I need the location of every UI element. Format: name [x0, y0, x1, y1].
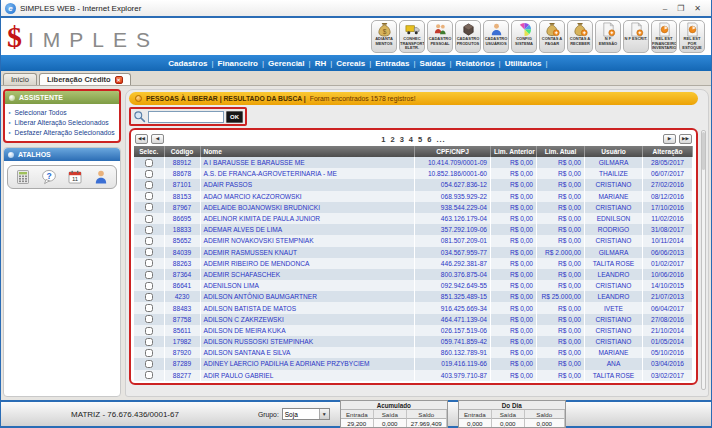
row-checkbox[interactable] — [145, 159, 153, 167]
table-row[interactable]: 88277ADIR PAULO GABRIEL403.979.710-87R$ … — [134, 370, 693, 381]
search-input[interactable] — [148, 111, 224, 123]
menu-item-utilitarios[interactable]: Utilitários — [501, 59, 546, 68]
person-icon[interactable] — [93, 169, 109, 185]
help-icon[interactable]: ? — [41, 169, 57, 185]
row-checkbox[interactable] — [145, 259, 153, 267]
row-checkbox[interactable] — [145, 338, 153, 346]
row-checkbox[interactable] — [145, 349, 153, 357]
page-link-3[interactable]: 3 — [398, 135, 407, 144]
table-row[interactable]: 18833ADEMAR ALVES DE LIMA357.292.109-06R… — [134, 224, 693, 235]
page-link-more[interactable]: ... — [434, 135, 447, 144]
tab-inicio[interactable]: Início — [3, 73, 37, 85]
col-header-cpf-cnpj[interactable]: CPF/CNPJ — [415, 146, 491, 157]
col-header-lim-anterior[interactable]: Lim. Anterior — [491, 146, 537, 157]
menu-item-relatorios[interactable]: Relatórios — [451, 59, 498, 68]
table-row[interactable]: 84039ADEMIR RASMUSSEN KNAUT034.567.959-7… — [134, 247, 693, 258]
scrollbar-thumb[interactable] — [702, 132, 705, 170]
toolbar-button-adianta-mentos[interactable]: $ADIANTA MENTOS — [371, 20, 397, 53]
row-checkbox[interactable] — [145, 248, 153, 256]
row-checkbox[interactable] — [145, 371, 153, 379]
codigo-cell: 18833 — [164, 224, 200, 235]
toolbar-button-conhec-transporte-eletr[interactable]: CONHEC TRANSPORTE ELETR. — [399, 20, 425, 53]
table-row[interactable]: 88912A I BARAUSSE E BARAUSSE ME10.414.70… — [134, 157, 693, 168]
table-row[interactable]: 88263ADEMIR RIBEIRO DE MENDONCA446.292.3… — [134, 258, 693, 269]
table-row[interactable]: 4230ADILSON ANTÔNIO BAUMGARTNER851.325.4… — [134, 291, 693, 302]
menu-item-gerencial[interactable]: Gerencial — [264, 59, 308, 68]
minimize-button[interactable]: – — [663, 4, 667, 13]
table-row[interactable]: 87967ADELAIDE BOJANOWSKI BRUDNICKI938.54… — [134, 202, 693, 213]
lim-anterior-cell: R$ 0,00 — [491, 347, 537, 358]
toolbar-button-cadastro-pessoal[interactable]: CADASTRO PESSOAL — [427, 20, 453, 53]
table-row[interactable]: 17982ADILSON RUSSOSKI STEMPINHAK059.741.… — [134, 336, 693, 347]
col-header-lim-atual[interactable]: Lim. Atual — [537, 146, 585, 157]
close-tab-icon[interactable]: ✕ — [115, 76, 123, 84]
toolbar-button-cadastro-usuarios[interactable]: CADASTRO USUÁRIOS — [483, 20, 509, 53]
row-checkbox[interactable] — [145, 271, 153, 279]
table-row[interactable]: 88153ADAO MARCIO KACZOROWSKI068.935.929-… — [134, 191, 693, 202]
row-checkbox[interactable] — [145, 304, 153, 312]
row-checkbox[interactable] — [145, 327, 153, 335]
assistente-link-desfazer-alteracao-selecionados[interactable]: ‣Desfazer Alteração Selecionados — [8, 127, 117, 137]
row-checkbox[interactable] — [145, 282, 153, 290]
page-link-5[interactable]: 5 — [416, 135, 425, 144]
table-row[interactable]: 88483ADILSON BATISTA DE MATOS916.425.669… — [134, 302, 693, 313]
row-checkbox[interactable] — [145, 215, 153, 223]
vertical-scrollbar[interactable] — [701, 130, 706, 390]
first-page-button[interactable]: ◀◀ — [135, 134, 148, 144]
menu-item-cereais[interactable]: Cereais — [332, 59, 369, 68]
menu-item-entradas[interactable]: Entradas — [371, 59, 413, 68]
close-button[interactable]: ✕ — [694, 4, 701, 13]
row-checkbox[interactable] — [145, 203, 153, 211]
last-page-button[interactable]: ▶▶ — [679, 134, 692, 144]
col-header-usuario[interactable]: Usuário — [585, 146, 643, 157]
maximize-button[interactable]: ❐ — [677, 4, 684, 13]
row-checkbox[interactable] — [145, 237, 153, 245]
col-header-nome[interactable]: Nome — [200, 146, 415, 157]
row-checkbox[interactable] — [145, 226, 153, 234]
toolbar-button-n-f-emissao[interactable]: N F EMISSÃO — [595, 20, 621, 53]
row-checkbox[interactable] — [145, 293, 153, 301]
menu-item-financeiro[interactable]: Financeiro — [214, 59, 262, 68]
toolbar-button-n-f-escrit[interactable]: N F ESCRIT. — [623, 20, 649, 53]
col-header-alteracao[interactable]: Alteração — [643, 146, 693, 157]
page-link-2[interactable]: 2 — [389, 135, 398, 144]
table-row[interactable]: 87289ADINEY LAERCIO PADILHA E ADRIANE PR… — [134, 358, 693, 369]
assistente-link-liberar-alteracao-selecionados[interactable]: ‣Liberar Alteração Selecionados — [8, 117, 117, 127]
table-row[interactable]: 87101ADAIR PASSOS054.627.836-12R$ 0,00R$… — [134, 179, 693, 190]
table-row[interactable]: 85652ADEMIR NOVAKOVSKI STEMPNIAK081.507.… — [134, 235, 693, 246]
row-checkbox[interactable] — [145, 315, 153, 323]
page-link-6[interactable]: 6 — [425, 135, 434, 144]
calculator-icon[interactable] — [15, 169, 31, 185]
assistente-link-selecionar-todos[interactable]: ‣Selecionar Todos — [8, 107, 117, 117]
menu-item-cadastros[interactable]: Cadastros — [164, 59, 211, 68]
row-checkbox[interactable] — [145, 170, 153, 178]
toolbar-button-config-sistema[interactable]: CONFIG SISTEMA — [511, 20, 537, 53]
calendar-icon[interactable]: 11 — [67, 169, 83, 185]
row-checkbox[interactable] — [145, 181, 153, 189]
toolbar-button-rel-est-por-estoque[interactable]: REL EST POR ESTOQUE — [679, 20, 705, 53]
row-checkbox[interactable] — [145, 192, 153, 200]
toolbar-button-contas-a-receber[interactable]: CONTAS A RECEBER — [567, 20, 593, 53]
page-link-4[interactable]: 4 — [407, 135, 416, 144]
toolbar-button-rel-est-financeiro-inventario[interactable]: REL EST FINANCEIRO INVENTARIO — [651, 20, 677, 53]
search-ok-button[interactable]: OK — [226, 111, 243, 123]
menu-item-saidas[interactable]: Saídas — [416, 59, 450, 68]
table-row[interactable]: 87364ADEMIR SCHAFASCHEK800.376.875-04R$ … — [134, 269, 693, 280]
table-row[interactable]: 86641ADENILSON LIMA092.942.649-55R$ 0,00… — [134, 280, 693, 291]
table-row[interactable]: 85611ADILSON DE MEIRA KUKA026.157.519-06… — [134, 325, 693, 336]
table-row[interactable]: 88678A.S. DE FRANCA-AGROVETERINARIA - ME… — [134, 168, 693, 179]
next-page-button[interactable]: ▶ — [663, 134, 676, 144]
menu-item-rh[interactable]: RH — [311, 59, 331, 68]
col-header-codigo[interactable]: Código — [164, 146, 200, 157]
toolbar-button-contas-a-pagar[interactable]: CONTAS A PAGAR — [539, 20, 565, 53]
row-checkbox[interactable] — [145, 360, 153, 368]
table-row[interactable]: 87920ADILSON SANTANA E SILVA860.132.789-… — [134, 347, 693, 358]
page-link-1[interactable]: 1 — [379, 135, 388, 144]
toolbar-button-cadastro-produtos[interactable]: CADASTRO PRODUTOS — [455, 20, 481, 53]
col-header-selec[interactable]: Selec. — [134, 146, 164, 157]
tab-liberacao-credito[interactable]: Liberação Crédito✕ — [39, 73, 131, 85]
table-row[interactable]: 86695ADELINOR KIMITA DE PAULA JUNIOR463.… — [134, 213, 693, 224]
table-row[interactable]: 87758ADILSON C ZAKRZEWSKI464.471.139-04R… — [134, 314, 693, 325]
grupo-select[interactable]: Soja ▼ — [282, 408, 330, 420]
previous-page-button[interactable]: ◀ — [151, 134, 164, 144]
